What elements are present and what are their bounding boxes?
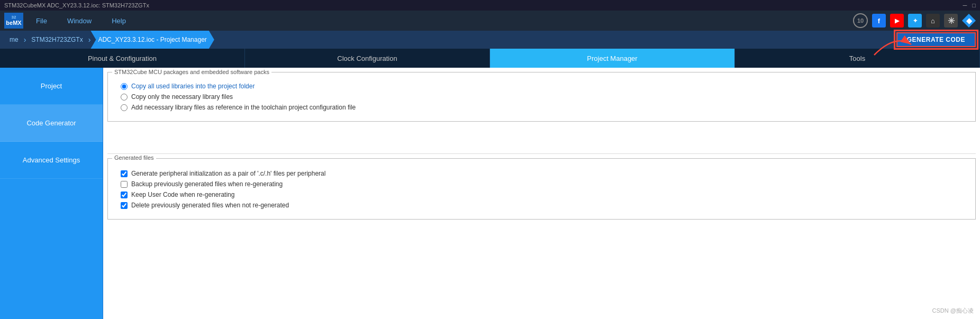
title-bar: STM32CubeMX ADC_XY23.3.12.ioc: STM32H723… bbox=[0, 0, 980, 11]
watermark: CSDN @痴心凌 bbox=[932, 307, 974, 315]
tab-clock-label: Clock Configuration bbox=[337, 54, 397, 62]
generate-code-button[interactable]: GENERATE CODE bbox=[896, 32, 976, 47]
packages-legend: STM32Cube MCU packages and embedded soft… bbox=[112, 69, 271, 75]
breadcrumb-active-project[interactable]: ADC_XY23.3.12.ioc - Project Manager bbox=[90, 31, 214, 49]
logo-brand: beMX bbox=[6, 20, 21, 26]
content-area: STM32Cube MCU packages and embedded soft… bbox=[103, 68, 980, 319]
facebook-icon[interactable]: f bbox=[872, 14, 886, 28]
tab-project-manager[interactable]: Project Manager bbox=[490, 49, 735, 68]
breadcrumb-mcu-label: STM32H723ZGTx bbox=[31, 36, 83, 43]
radio-copy-necessary[interactable] bbox=[121, 94, 128, 101]
breadcrumb-home-label: me bbox=[10, 36, 19, 43]
checkbox-peripheral-pairs[interactable] bbox=[121, 170, 128, 177]
radio-add-reference[interactable] bbox=[121, 104, 128, 111]
radio-group-packages: Copy all used libraries into the project… bbox=[112, 79, 971, 115]
checkbox-delete-old[interactable] bbox=[121, 202, 128, 209]
main-content: Project Code Generator Advanced Settings… bbox=[0, 68, 980, 319]
breadcrumb-sep-2: › bbox=[88, 35, 91, 44]
breadcrumb-mcu[interactable]: STM32H723ZGTx bbox=[26, 31, 88, 49]
menu-window[interactable]: Window bbox=[65, 15, 94, 27]
logo-top: 32 bbox=[12, 15, 16, 20]
checkbox-item-1: Backup previously generated files when r… bbox=[121, 179, 963, 189]
checkbox-keep-user-code[interactable] bbox=[121, 192, 128, 198]
radio-copy-all-label: Copy all used libraries into the project… bbox=[131, 83, 255, 90]
sidebar-advanced-settings-label: Advanced Settings bbox=[23, 156, 80, 164]
badge-text: 10 bbox=[857, 17, 864, 24]
checkbox-keep-user-code-label: Keep User Code when re-generating bbox=[131, 191, 234, 198]
extra-icon[interactable]: ◆ bbox=[962, 14, 976, 28]
checkbox-group-files: Generate peripheral initialization as a … bbox=[112, 166, 971, 213]
tab-tools-label: Tools bbox=[849, 54, 865, 62]
twitter-icon[interactable]: ✦ bbox=[908, 14, 922, 28]
sidebar: Project Code Generator Advanced Settings bbox=[0, 68, 103, 319]
sidebar-item-advanced-settings[interactable]: Advanced Settings bbox=[0, 142, 103, 179]
checkbox-item-3: Delete previously generated files when n… bbox=[121, 200, 963, 211]
generated-files-legend: Generated files bbox=[112, 154, 156, 161]
packages-section: STM32Cube MCU packages and embedded soft… bbox=[107, 72, 976, 122]
tab-clock[interactable]: Clock Configuration bbox=[245, 49, 490, 68]
radio-copy-necessary-label: Copy only the necessary library files bbox=[131, 93, 233, 101]
radio-copy-all[interactable] bbox=[121, 83, 128, 90]
breadcrumb-home[interactable]: me bbox=[4, 31, 24, 49]
maximize-btn[interactable]: □ bbox=[972, 2, 976, 8]
tab-bar: Pinout & Configuration Clock Configurati… bbox=[0, 49, 980, 68]
checkbox-item-0: Generate peripheral initialization as a … bbox=[121, 168, 963, 179]
logo: 32 beMX bbox=[4, 13, 23, 29]
badge-icon: 10 bbox=[853, 13, 868, 28]
radio-item-2: Add necessary library files as reference… bbox=[121, 102, 963, 113]
tab-tools[interactable]: Tools bbox=[735, 49, 980, 68]
sidebar-item-project[interactable]: Project bbox=[0, 68, 103, 105]
checkbox-backup[interactable] bbox=[121, 181, 128, 188]
generated-files-section: Generated files Generate peripheral init… bbox=[107, 158, 976, 220]
menu-bar: 32 beMX File Window Help 10 f ▶ ✦ ⌂ bbox=[0, 11, 980, 31]
sidebar-code-generator-label: Code Generator bbox=[26, 119, 76, 127]
minimize-btn[interactable]: ─ bbox=[963, 2, 967, 8]
radio-item-0: Copy all used libraries into the project… bbox=[121, 81, 963, 92]
checkbox-delete-old-label: Delete previously generated files when n… bbox=[131, 202, 289, 209]
menu-file[interactable]: File bbox=[34, 15, 49, 27]
asterisk-icon[interactable]: ✳ bbox=[944, 14, 958, 28]
breadcrumb-bar: me › STM32H723ZGTx › ADC_XY23.3.12.ioc -… bbox=[0, 31, 980, 49]
github-icon[interactable]: ⌂ bbox=[926, 14, 940, 28]
tab-pinout-label: Pinout & Configuration bbox=[88, 54, 157, 62]
title-text: STM32CubeMX ADC_XY23.3.12.ioc: STM32H723… bbox=[4, 2, 149, 8]
menu-help[interactable]: Help bbox=[110, 15, 128, 27]
radio-item-1: Copy only the necessary library files bbox=[121, 92, 963, 102]
youtube-icon[interactable]: ▶ bbox=[890, 14, 904, 28]
breadcrumb-project-label: ADC_XY23.3.12.ioc - Project Manager bbox=[98, 36, 206, 43]
sidebar-item-code-generator[interactable]: Code Generator bbox=[0, 105, 103, 142]
checkbox-peripheral-pairs-label: Generate peripheral initialization as a … bbox=[131, 170, 325, 177]
radio-add-reference-label: Add necessary library files as reference… bbox=[131, 104, 356, 111]
menu-items: File Window Help bbox=[34, 15, 853, 27]
content-divider bbox=[107, 153, 976, 154]
tab-pinout[interactable]: Pinout & Configuration bbox=[0, 49, 245, 68]
sidebar-project-label: Project bbox=[41, 82, 62, 90]
tab-project-manager-label: Project Manager bbox=[587, 54, 637, 62]
menu-right-icons: 10 f ▶ ✦ ⌂ ✳ ◆ bbox=[853, 13, 976, 28]
checkbox-item-2: Keep User Code when re-generating bbox=[121, 189, 963, 200]
spacer bbox=[103, 122, 980, 153]
checkbox-backup-label: Backup previously generated files when r… bbox=[131, 180, 283, 188]
